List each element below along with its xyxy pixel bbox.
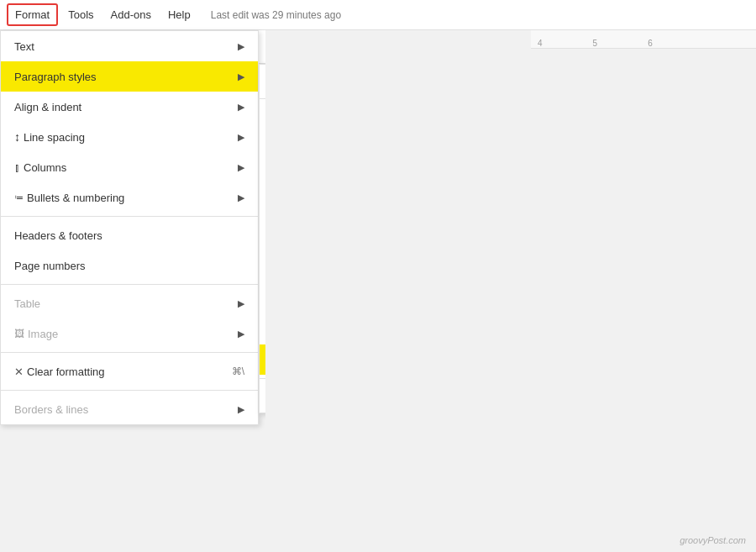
arrow-icon: ▶ [238, 404, 244, 415]
watermark: groovyPost.com [680, 535, 746, 545]
menu-separator-4 [1, 390, 258, 391]
menu-l1-headers-label: Headers & footers [14, 229, 102, 242]
menu-l1-table-label: Table [14, 297, 40, 310]
clear-formatting-shortcut: ⌘\ [232, 365, 244, 377]
ruler-mark-6: 6 [648, 39, 653, 48]
menu-l1-columns-label: Columns [24, 161, 238, 174]
menu-separator-2 [1, 284, 258, 285]
menu-l1-image-label: Image [28, 328, 238, 340]
arrow-icon: ▶ [238, 102, 244, 113]
menu-help[interactable]: Help [161, 5, 197, 24]
menu-l1-align-label: Align & indent [14, 101, 81, 113]
menu-l1-borders-label: Borders & lines [14, 403, 88, 416]
menu-l1-line-spacing[interactable]: ↕ Line spacing ▶ [1, 122, 258, 152]
arrow-icon: ▶ [238, 162, 244, 173]
arrow-icon: ▶ [238, 132, 244, 143]
menu-l1-bullets-label: Bullets & numbering [27, 192, 238, 204]
document-area: 4 5 6 groovyPost.com [265, 30, 756, 552]
menu-separator-3 [1, 352, 258, 353]
ruler-mark-5: 5 [593, 39, 598, 48]
arrow-icon: ▶ [238, 192, 244, 203]
menu-level1: Text ▶ Paragraph styles ▶ Align & indent… [0, 30, 259, 425]
menu-addons[interactable]: Add-ons [104, 5, 158, 24]
menu-l1-text-label: Text [14, 40, 34, 53]
menu-format[interactable]: Format [7, 3, 58, 26]
menu-l1-borders-lines[interactable]: Borders & lines ▶ [1, 394, 258, 424]
menu-separator-1 [1, 216, 258, 217]
dropdown-area: Text ▶ Paragraph styles ▶ Align & indent… [0, 30, 756, 552]
menu-l1-headers-footers[interactable]: Headers & footers [1, 220, 258, 250]
arrow-icon: ▶ [238, 71, 244, 82]
menu-l1-bullets[interactable]: ≔ Bullets & numbering ▶ [1, 182, 258, 213]
arrow-icon: ▶ [238, 298, 244, 309]
menu-l1-paragraph-styles[interactable]: Paragraph styles ▶ [1, 61, 258, 92]
ruler-mark-4: 4 [538, 39, 543, 48]
clear-formatting-icon: ✕ [14, 365, 24, 378]
ruler: 4 5 6 [531, 30, 756, 49]
menu-l1-line-spacing-label: Line spacing [24, 131, 238, 144]
menu-l1-page-numbers[interactable]: Page numbers [1, 250, 258, 281]
arrow-icon: ▶ [238, 329, 244, 339]
menu-l1-table[interactable]: Table ▶ [1, 288, 258, 318]
menu-l1-clear-label: Clear formatting [27, 365, 232, 378]
menu-l1-align-indent[interactable]: Align & indent ▶ [1, 92, 258, 122]
bullets-icon: ≔ [14, 192, 24, 203]
menu-l1-paragraph-label: Paragraph styles [14, 71, 97, 83]
menu-l1-page-numbers-label: Page numbers [14, 260, 86, 272]
menu-bar: Format Tools Add-ons Help Last edit was … [0, 0, 756, 30]
menu-tools[interactable]: Tools [61, 5, 100, 24]
arrow-icon: ▶ [238, 41, 244, 52]
menu-l1-columns[interactable]: ⫿ Columns ▶ [1, 152, 258, 182]
menu-l1-text[interactable]: Text ▶ [1, 31, 258, 61]
columns-icon: ⫿ [14, 161, 20, 174]
menu-l1-clear-formatting[interactable]: ✕ Clear formatting ⌘\ [1, 356, 258, 386]
last-edit-text: Last edit was 29 minutes ago [211, 9, 341, 21]
image-icon-menu: 🖼 [14, 328, 24, 339]
menu-l1-image[interactable]: 🖼 Image ▶ [1, 318, 258, 349]
line-spacing-icon: ↕ [14, 130, 20, 144]
